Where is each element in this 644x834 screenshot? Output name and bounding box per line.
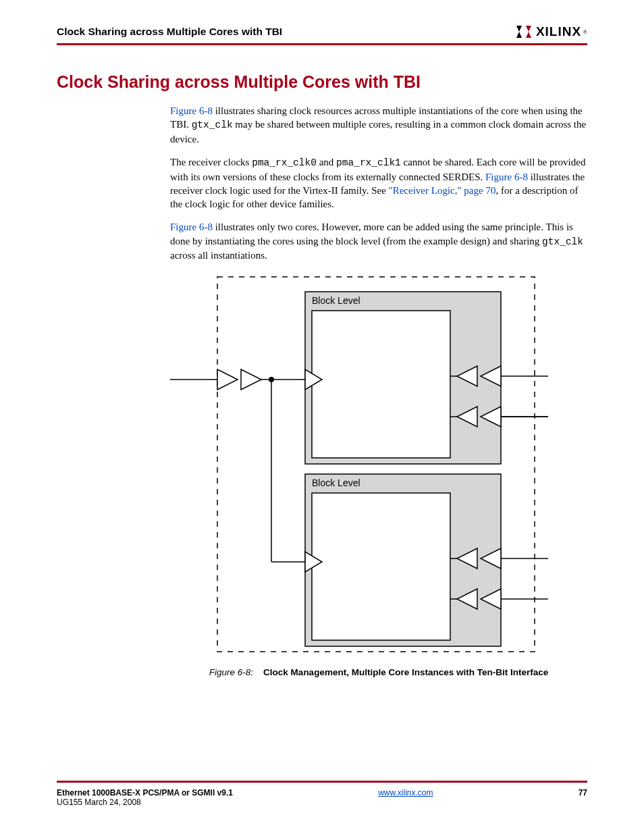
logo-registered: ® xyxy=(583,28,587,35)
svg-marker-11 xyxy=(241,369,261,390)
doc-title: Ethernet 1000BASE-X PCS/PMA or SGMII v9.… xyxy=(57,788,233,798)
footer-left: Ethernet 1000BASE-X PCS/PMA or SGMII v9.… xyxy=(57,788,233,807)
code-gtx-clk: gtx_clk xyxy=(192,120,233,130)
diagram-svg: Block Level Block Level xyxy=(170,271,548,656)
block-label-2: Block Level xyxy=(312,477,360,488)
svg-marker-0 xyxy=(516,26,522,32)
svg-marker-1 xyxy=(516,32,522,38)
svg-marker-10 xyxy=(217,369,238,390)
figure-link[interactable]: Figure 6-8 xyxy=(170,221,213,232)
code-pma-rx-clk1: pma_rx_clk1 xyxy=(336,157,401,168)
xilinx-logo: XILINX ® xyxy=(514,24,587,39)
paragraph-3: Figure 6-8 illustrates only two cores. H… xyxy=(170,220,587,262)
svg-rect-8 xyxy=(312,493,450,640)
page-footer: Ethernet 1000BASE-X PCS/PMA or SGMII v9.… xyxy=(57,781,587,807)
svg-marker-2 xyxy=(526,26,531,32)
logo-text: XILINX xyxy=(536,24,581,39)
page-number: 77 xyxy=(579,788,587,798)
paragraph-1: Figure 6-8 illustrates sharing clock res… xyxy=(170,104,587,146)
receiver-logic-link[interactable]: "Receiver Logic," page 70 xyxy=(389,185,496,196)
code-pma-rx-clk0: pma_rx_clk0 xyxy=(252,157,317,168)
doc-id: UG155 March 24, 2008 xyxy=(57,798,141,807)
figure-caption-label: Figure 6-8: xyxy=(209,667,253,677)
svg-rect-6 xyxy=(312,311,450,458)
figure-caption: Figure 6-8: Clock Management, Multiple C… xyxy=(170,667,587,677)
figure-caption-title: Clock Management, Multiple Core Instance… xyxy=(263,667,548,677)
xilinx-logo-icon xyxy=(514,24,533,39)
figure-link[interactable]: Figure 6-8 xyxy=(485,172,528,182)
section-heading: Clock Sharing across Multiple Cores with… xyxy=(57,72,587,92)
body-text: Figure 6-8 illustrates sharing clock res… xyxy=(170,104,587,262)
figure-link[interactable]: Figure 6-8 xyxy=(170,105,213,116)
code-gtx-clk: gtx_clk xyxy=(542,236,583,247)
page-header: Clock Sharing across Multiple Cores with… xyxy=(57,24,587,39)
header-rule xyxy=(57,43,587,45)
block-label-1: Block Level xyxy=(312,295,360,306)
footer-url-link[interactable]: www.xilinx.com xyxy=(378,788,433,798)
svg-marker-3 xyxy=(526,32,531,38)
figure-6-8: Block Level Block Level xyxy=(170,271,587,656)
paragraph-2: The receiver clocks pma_rx_clk0 and pma_… xyxy=(170,155,587,211)
running-title: Clock Sharing across Multiple Cores with… xyxy=(57,26,282,38)
footer-rule xyxy=(57,781,587,783)
